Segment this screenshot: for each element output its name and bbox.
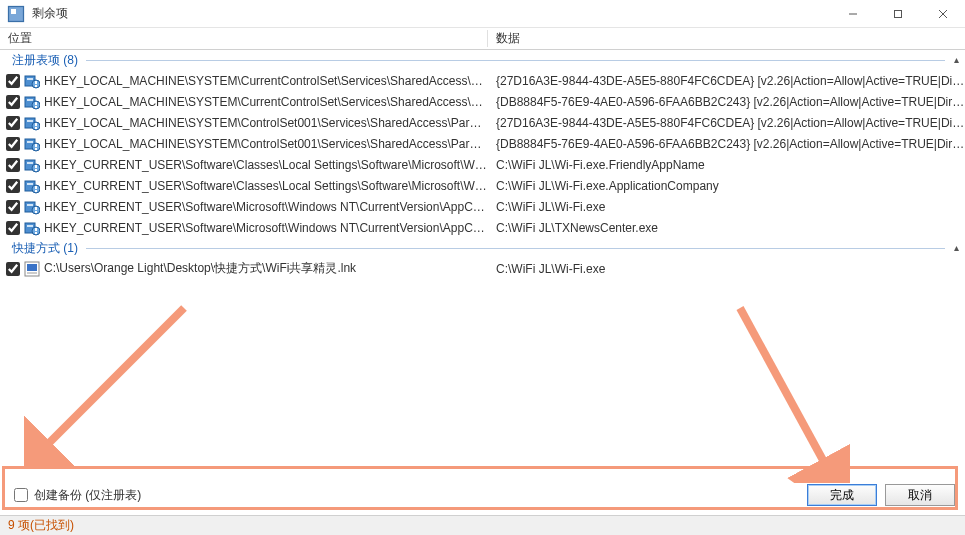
row-location: HKEY_CURRENT_USER\Software\Classes\Local…	[44, 179, 488, 193]
list-item[interactable]: HKEY_CURRENT_USER\Software\Classes\Local…	[0, 154, 965, 175]
list-item[interactable]: HKEY_LOCAL_MACHINE\SYSTEM\ControlSet001\…	[0, 133, 965, 154]
collapse-icon[interactable]: ▴	[954, 242, 959, 253]
shortcut-icon	[24, 261, 40, 277]
row-location: HKEY_LOCAL_MACHINE\SYSTEM\CurrentControl…	[44, 95, 488, 109]
row-checkbox[interactable]	[6, 158, 20, 172]
backup-label: 创建备份 (仅注册表)	[34, 487, 141, 504]
row-data: C:\WiFi JL\Wi-Fi.exe.FriendlyAppName	[488, 158, 965, 172]
row-data: C:\WiFi JL\Wi-Fi.exe.ApplicationCompany	[488, 179, 965, 193]
registry-icon	[24, 199, 40, 215]
row-checkbox[interactable]	[6, 179, 20, 193]
svg-rect-35	[35, 190, 37, 192]
app-icon	[6, 4, 26, 24]
svg-rect-7	[27, 78, 33, 80]
row-location: HKEY_CURRENT_USER\Software\Classes\Local…	[44, 158, 488, 172]
svg-rect-42	[27, 225, 33, 227]
svg-rect-24	[35, 144, 37, 147]
registry-icon	[24, 220, 40, 236]
svg-rect-45	[35, 232, 37, 234]
row-data: {27D16A3E-9844-43DE-A5E5-880F4FC6CDEA} […	[488, 74, 965, 88]
list-item[interactable]: HKEY_CURRENT_USER\Software\Microsoft\Win…	[0, 217, 965, 238]
list-item[interactable]: HKEY_CURRENT_USER\Software\Classes\Local…	[0, 175, 965, 196]
list-item[interactable]: HKEY_LOCAL_MACHINE\SYSTEM\ControlSet001\…	[0, 112, 965, 133]
row-data: {DB8884F5-76E9-4AE0-A596-6FAA6BB2C243} […	[488, 137, 965, 151]
row-checkbox[interactable]	[6, 116, 20, 130]
collapse-icon[interactable]: ▴	[954, 54, 959, 65]
list-item[interactable]: HKEY_LOCAL_MACHINE\SYSTEM\CurrentControl…	[0, 91, 965, 112]
minimize-button[interactable]	[830, 0, 875, 28]
row-checkbox[interactable]	[6, 221, 20, 235]
svg-rect-20	[35, 127, 37, 129]
list-item[interactable]: HKEY_CURRENT_USER\Software\Microsoft\Win…	[0, 196, 965, 217]
column-headers: 位置 数据	[0, 28, 965, 50]
svg-rect-1	[11, 9, 16, 14]
group-title: 注册表项 (8)	[12, 52, 78, 69]
window-controls	[830, 0, 965, 28]
svg-rect-44	[35, 228, 37, 231]
svg-rect-10	[35, 85, 37, 87]
row-checkbox[interactable]	[6, 200, 20, 214]
registry-icon	[24, 94, 40, 110]
svg-rect-15	[35, 106, 37, 108]
row-location: HKEY_LOCAL_MACHINE\SYSTEM\ControlSet001\…	[44, 137, 488, 151]
list-area[interactable]: 注册表项 (8)▴HKEY_LOCAL_MACHINE\SYSTEM\Curre…	[0, 50, 965, 470]
row-checkbox[interactable]	[6, 137, 20, 151]
row-location: C:\Users\Orange Light\Desktop\快捷方式\WiFi共…	[44, 260, 488, 277]
row-location: HKEY_LOCAL_MACHINE\SYSTEM\CurrentControl…	[44, 74, 488, 88]
status-bar: 9 项(已找到)	[0, 515, 965, 535]
column-data[interactable]: 数据	[488, 30, 965, 47]
svg-rect-37	[27, 204, 33, 206]
svg-rect-30	[35, 169, 37, 171]
svg-rect-34	[35, 186, 37, 189]
row-location: HKEY_CURRENT_USER\Software\Microsoft\Win…	[44, 221, 488, 235]
finish-button[interactable]: 完成	[807, 484, 877, 506]
registry-icon	[24, 115, 40, 131]
titlebar: 剩余项	[0, 0, 965, 28]
cancel-button[interactable]: 取消	[885, 484, 955, 506]
svg-rect-17	[27, 120, 33, 122]
svg-rect-9	[35, 81, 37, 84]
maximize-button[interactable]	[875, 0, 920, 28]
row-data: C:\WiFi JL\Wi-Fi.exe	[488, 200, 965, 214]
svg-rect-39	[35, 207, 37, 210]
row-data: {DB8884F5-76E9-4AE0-A596-6FAA6BB2C243} […	[488, 95, 965, 109]
row-checkbox[interactable]	[6, 74, 20, 88]
svg-rect-47	[27, 264, 37, 271]
svg-rect-29	[35, 165, 37, 168]
svg-rect-14	[35, 102, 37, 105]
svg-rect-27	[27, 162, 33, 164]
svg-rect-48	[27, 272, 37, 274]
close-button[interactable]	[920, 0, 965, 28]
row-data: {27D16A3E-9844-43DE-A5E5-880F4FC6CDEA} […	[488, 116, 965, 130]
svg-rect-19	[35, 123, 37, 126]
registry-icon	[24, 73, 40, 89]
window-title: 剩余项	[32, 5, 68, 22]
group-header[interactable]: 快捷方式 (1)▴	[0, 238, 965, 258]
svg-rect-3	[894, 11, 901, 18]
row-checkbox[interactable]	[6, 95, 20, 109]
svg-rect-25	[35, 148, 37, 150]
registry-icon	[24, 136, 40, 152]
button-row: 创建备份 (仅注册表) 完成 取消	[0, 475, 965, 515]
svg-rect-12	[27, 99, 33, 101]
registry-icon	[24, 178, 40, 194]
row-checkbox[interactable]	[6, 262, 20, 276]
row-data: C:\WiFi JL\Wi-Fi.exe	[488, 262, 965, 276]
column-location[interactable]: 位置	[0, 30, 488, 47]
group-title: 快捷方式 (1)	[12, 240, 78, 257]
list-item[interactable]: C:\Users\Orange Light\Desktop\快捷方式\WiFi共…	[0, 258, 965, 279]
status-text: 9 项(已找到)	[8, 517, 74, 534]
group-header[interactable]: 注册表项 (8)▴	[0, 50, 965, 70]
svg-rect-22	[27, 141, 33, 143]
row-data: C:\WiFi JL\TXNewsCenter.exe	[488, 221, 965, 235]
backup-checkbox[interactable]	[14, 488, 28, 502]
row-location: HKEY_CURRENT_USER\Software\Microsoft\Win…	[44, 200, 488, 214]
svg-rect-40	[35, 211, 37, 213]
bottom-panel: 创建备份 (仅注册表) 完成 取消 9 项(已找到)	[0, 475, 965, 535]
svg-rect-32	[27, 183, 33, 185]
list-item[interactable]: HKEY_LOCAL_MACHINE\SYSTEM\CurrentControl…	[0, 70, 965, 91]
row-location: HKEY_LOCAL_MACHINE\SYSTEM\ControlSet001\…	[44, 116, 488, 130]
registry-icon	[24, 157, 40, 173]
